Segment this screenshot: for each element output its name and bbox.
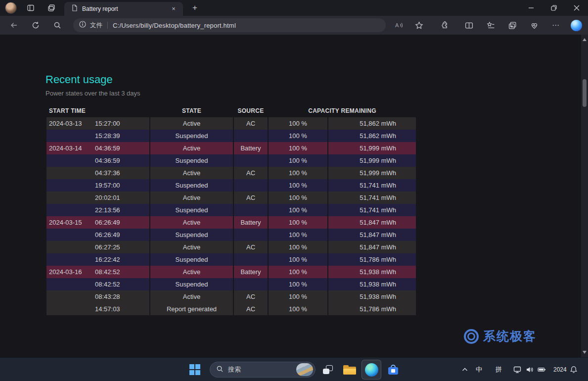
battery-icon[interactable] [537, 365, 546, 375]
collections-icon[interactable] [508, 21, 517, 30]
table-row: 15:28:39Suspended100 %51,862 mWh [46, 130, 416, 142]
read-aloud-icon[interactable]: A [394, 21, 403, 30]
taskbar: 搜索 中 拼 2024 [0, 357, 588, 381]
cell-state: Active [150, 191, 233, 204]
cell-start-time: 08:43:28 [46, 290, 149, 303]
ime-language-indicator[interactable]: 中 [476, 365, 482, 374]
cell-capacity-percent: 100 % [269, 154, 327, 167]
cell-capacity-mwh: 51,862 mWh [328, 117, 416, 130]
table-row: 06:27:25ActiveAC100 %51,847 mWh [46, 241, 416, 253]
search-icon[interactable] [53, 21, 62, 30]
table-row: 04:36:59Suspended100 %51,999 mWh [46, 154, 416, 167]
cell-source: AC [234, 191, 268, 204]
restore-button[interactable] [543, 0, 565, 15]
start-button[interactable] [185, 360, 205, 380]
cell-capacity-percent: 100 % [269, 204, 327, 216]
cell-state: Report generated [150, 303, 233, 315]
back-icon[interactable] [9, 21, 18, 30]
table-row: 2024-03-1608:42:52ActiveBattery100 %51,9… [46, 266, 416, 278]
extensions-icon[interactable] [440, 21, 449, 30]
cell-state: Active [150, 290, 233, 303]
table-row: 06:26:49Suspended100 %51,847 mWh [46, 229, 416, 241]
address-bar[interactable]: 文件 C:/Users/billy/Desktop/battery_report… [73, 18, 386, 32]
copilot-icon[interactable] [571, 20, 582, 31]
table-row: 16:22:42Suspended100 %51,786 mWh [46, 253, 416, 266]
page-subtitle: Power states over the last 3 days [45, 90, 588, 97]
cell-capacity-percent: 100 % [269, 290, 327, 303]
table-row: 14:57:03Report generatedAC100 %51,786 mW… [46, 303, 416, 315]
header-state: STATE [150, 104, 233, 117]
cell-capacity-percent: 100 % [269, 130, 327, 142]
settings-more-icon[interactable]: ⋯ [551, 21, 560, 30]
cell-source: Battery [234, 142, 268, 154]
task-view-icon [323, 365, 333, 374]
edge-button-active[interactable] [362, 360, 381, 380]
minimize-button[interactable] [520, 0, 543, 15]
scrollbar-thumb[interactable] [583, 79, 587, 107]
task-view-button[interactable] [318, 360, 338, 380]
cell-start-time: 06:27:25 [46, 241, 149, 253]
refresh-icon[interactable] [31, 21, 40, 30]
cell-capacity-mwh: 51,741 mWh [328, 191, 416, 204]
vertical-scrollbar[interactable] [581, 35, 588, 357]
new-tab-button[interactable]: + [189, 2, 201, 13]
cell-capacity-mwh: 51,938 mWh [328, 290, 416, 303]
cell-state: Active [150, 117, 233, 130]
cell-start-time: 06:26:49 [46, 229, 149, 241]
cell-capacity-mwh: 51,862 mWh [328, 130, 416, 142]
taskbar-search-label: 搜索 [228, 365, 296, 374]
taskbar-search-box[interactable]: 搜索 [210, 362, 316, 378]
cell-capacity-mwh: 51,938 mWh [328, 266, 416, 278]
file-explorer-button[interactable] [340, 360, 360, 380]
cell-source: AC [234, 241, 268, 253]
table-row: 08:42:52Suspended100 %51,938 mWh [46, 278, 416, 290]
close-button[interactable] [565, 0, 588, 15]
scrollbar-up-icon[interactable] [581, 36, 588, 44]
cell-source: AC [234, 303, 268, 315]
edge-icon [365, 363, 378, 377]
url-scheme-label: 文件 [90, 21, 102, 30]
svg-text:A: A [395, 22, 399, 28]
split-screen-icon[interactable] [464, 21, 473, 30]
page-viewport: Recent usage Power states over the last … [0, 35, 588, 357]
cell-start-time: 2024-03-1608:42:52 [46, 266, 149, 278]
cell-start-time: 2024-03-1506:26:49 [46, 216, 149, 229]
favorites-icon[interactable] [486, 21, 495, 30]
table-row: 2024-03-1506:26:49ActiveBattery100 %51,8… [46, 216, 416, 229]
notifications-bell-icon[interactable] [569, 365, 579, 375]
cell-state: Suspended [150, 154, 233, 167]
workspaces-icon[interactable] [26, 3, 35, 12]
cell-source [234, 229, 268, 241]
cell-state: Suspended [150, 130, 233, 142]
profile-avatar[interactable] [5, 2, 17, 14]
cell-state: Suspended [150, 253, 233, 266]
cell-state: Active [150, 266, 233, 278]
folder-icon [343, 365, 356, 375]
header-source: SOURCE [234, 104, 268, 117]
display-icon[interactable] [512, 365, 522, 375]
browser-essentials-icon[interactable] [530, 21, 539, 30]
cell-capacity-percent: 100 % [269, 167, 327, 179]
cell-start-time: 04:36:59 [46, 154, 149, 167]
cell-capacity-mwh: 51,741 mWh [328, 204, 416, 216]
site-info-icon[interactable] [79, 21, 86, 30]
tab-list-icon[interactable] [47, 3, 56, 12]
cell-start-time: 08:42:52 [46, 278, 149, 290]
cell-start-time: 15:28:39 [46, 130, 149, 142]
cell-source [234, 253, 268, 266]
tab-close-icon[interactable]: × [169, 4, 178, 13]
browser-window: Battery report × + 文件 C: [0, 0, 588, 381]
cell-capacity-mwh: 51,847 mWh [328, 229, 416, 241]
favorite-star-icon[interactable] [414, 21, 423, 30]
tray-date[interactable]: 2024 [553, 366, 567, 373]
cell-capacity-mwh: 51,999 mWh [328, 142, 416, 154]
search-highlight-graphic[interactable] [296, 363, 313, 376]
scrollbar-down-icon[interactable] [581, 348, 588, 356]
microsoft-store-button[interactable] [383, 360, 403, 380]
volume-icon[interactable] [525, 365, 535, 375]
cell-capacity-mwh: 51,999 mWh [328, 167, 416, 179]
tray-chevron-up-icon[interactable] [460, 365, 470, 375]
browser-tab[interactable]: Battery report × [64, 2, 183, 16]
cell-start-time: 14:57:03 [46, 303, 149, 315]
ime-mode-indicator[interactable]: 拼 [496, 365, 502, 374]
